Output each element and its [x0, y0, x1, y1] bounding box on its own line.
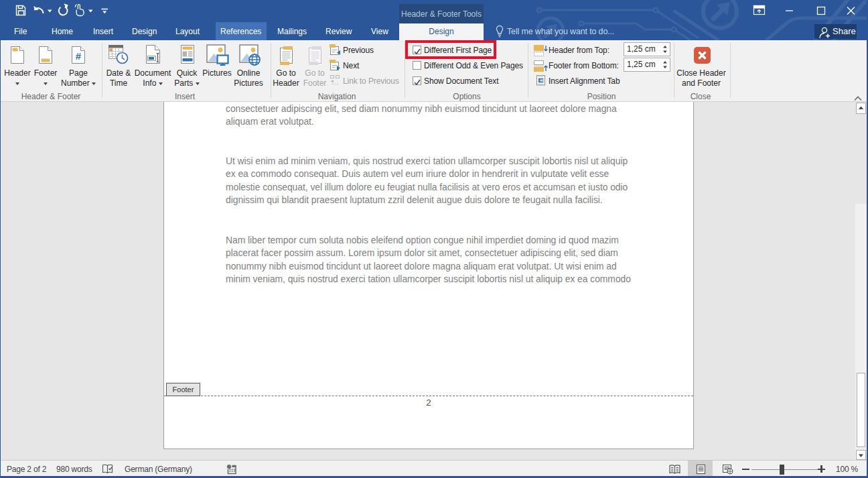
- svg-text:#: #: [76, 50, 82, 62]
